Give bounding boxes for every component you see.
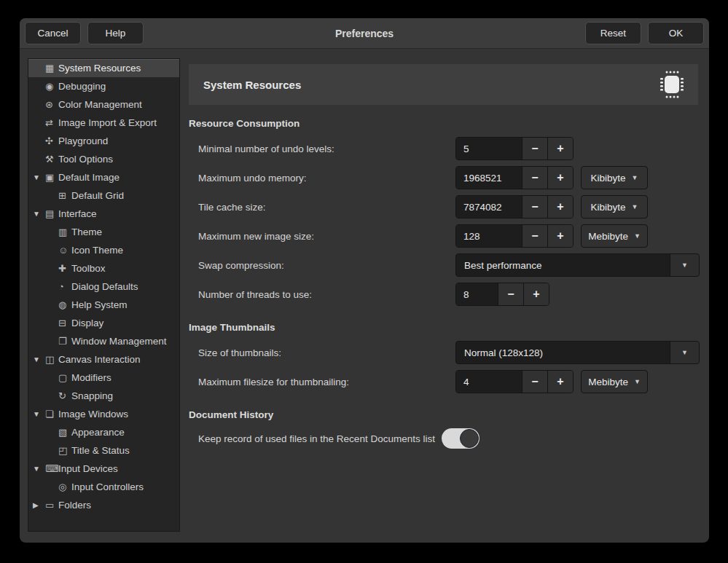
row-control: −+ [455,137,574,160]
sidebar-item-label: Playground [58,135,108,146]
expander-down-icon[interactable]: ▼ [33,173,45,181]
combo-value: Normal (128x128) [456,347,670,358]
expander-right-icon[interactable]: ▶ [33,501,45,509]
title-status-icon: ◰ [58,445,71,456]
sidebar-item-label: Interface [58,208,97,219]
sidebar-item-theme[interactable]: ▥Theme [28,223,179,241]
help-button[interactable]: Help [87,22,144,44]
sidebar-item-interface[interactable]: ▼▤Interface [28,205,179,223]
folders-icon: ▭ [45,500,58,511]
spin-value-input[interactable] [456,371,522,393]
pinwheel-icon: ✣ [45,135,58,146]
sidebar-item-icon-theme[interactable]: ☺Icon Theme [28,241,179,259]
theme-icon: ▥ [58,227,71,237]
decrement-button[interactable]: − [522,138,547,160]
unit-dropdown-value: Kibibyte [591,173,626,184]
interface-icon: ▤ [45,208,58,219]
chevron-down-icon: ▼ [632,203,638,210]
titlebar-right-buttons: Reset OK [585,22,704,44]
sidebar-item-playground[interactable]: ✣Playground [28,132,179,150]
section-heading: Image Thumbnails [189,319,698,336]
cancel-button[interactable]: Cancel [25,22,81,44]
sidebar-item-label: Debugging [58,81,106,92]
sidebar-item-title-status[interactable]: ◰Title & Status [28,441,179,460]
sidebar-item-input-devices[interactable]: ▼⌨Input Devices [28,460,179,478]
decrement-button[interactable]: − [498,283,523,305]
row-control: Normal (128x128)▼ [455,341,700,364]
sidebar-item-toolbox[interactable]: ✚Toolbox [28,259,179,277]
sidebar-item-modifiers[interactable]: ▢Modifiers [28,369,179,387]
unit-dropdown[interactable]: Kibibyte▼ [581,166,648,189]
settings-page: System Resources [189,64,698,452]
spin-control: −+ [455,283,549,306]
sidebar-item-label: Dialog Defaults [71,281,138,292]
ok-button[interactable]: OK [648,22,704,44]
row-label: Keep record of used files in the Recent … [189,433,435,444]
decrement-button[interactable]: − [522,196,547,218]
row-control: −+ [455,283,549,306]
expander-down-icon[interactable]: ▼ [33,465,45,473]
sidebar-item-dialog-defaults[interactable]: ◔Dialog Defaults [28,277,179,296]
combo-box[interactable]: Best performance▼ [455,253,700,277]
spin-control: −+ [455,224,574,248]
canvas-icon: ◫ [45,354,58,365]
combo-arrow-button[interactable]: ▼ [670,342,699,363]
spin-value-input[interactable] [456,283,498,305]
spin-value-input[interactable] [456,138,522,160]
chevron-down-icon: ▼ [634,232,641,240]
spin-value-input[interactable] [456,167,522,189]
increment-button[interactable]: + [547,138,573,160]
expander-down-icon[interactable]: ▼ [33,210,45,218]
increment-button[interactable]: + [547,167,573,189]
expander-down-icon[interactable]: ▼ [33,355,45,363]
combo-box[interactable]: Normal (128x128)▼ [455,341,700,364]
decrement-button[interactable]: − [522,371,547,393]
titlebar-left-buttons: Cancel Help [25,22,144,44]
sidebar-item-default-grid[interactable]: ⊞Default Grid [28,186,179,205]
unit-dropdown[interactable]: Kibibyte▼ [581,195,648,218]
modifiers-icon: ▢ [58,372,71,383]
decrement-button[interactable]: − [522,167,547,189]
sidebar-item-default-image[interactable]: ▼▣Default Image [28,168,179,186]
expander-down-icon[interactable]: ▼ [33,410,45,418]
reset-button[interactable]: Reset [585,22,641,44]
combo-arrow-button[interactable]: ▼ [670,254,699,276]
desktop: Cancel Help Preferences Reset OK ▦System… [0,0,728,563]
row-label: Number of threads to use: [189,289,312,300]
increment-button[interactable]: + [547,371,573,393]
sidebar-item-color-management[interactable]: ⊛Color Management [28,95,179,114]
increment-button[interactable]: + [547,196,573,218]
increment-button[interactable]: + [547,225,573,247]
sidebar-item-canvas-interaction[interactable]: ▼◫Canvas Interaction [28,350,179,369]
sidebar-item-label: Help System [71,299,128,310]
sidebar-item-folders[interactable]: ▶▭Folders [28,496,179,514]
sidebar-item-help-system[interactable]: ◍Help System [28,296,179,314]
row-label: Maximum filesize for thumbnailing: [189,377,349,387]
unit-dropdown[interactable]: Mebibyte▼ [581,370,648,393]
sidebar-item-appearance[interactable]: ▧Appearance [28,423,179,441]
sidebar-item-snapping[interactable]: ↻Snapping [28,387,179,405]
decrement-button[interactable]: − [522,225,547,247]
sidebar-item-label: Appearance [71,427,125,438]
page-header: System Resources [189,64,698,105]
sidebar-item-image-windows[interactable]: ▼❏Image Windows [28,405,179,423]
sidebar-item-tool-options[interactable]: ⚒Tool Options [28,150,179,168]
combo-value: Best performance [456,260,670,271]
sidebar-item-input-controllers[interactable]: ◎Input Controllers [28,478,179,496]
spin-value-input[interactable] [456,225,522,247]
increment-button[interactable]: + [523,283,549,305]
unit-dropdown-value: Kibibyte [591,202,626,213]
input-controllers-icon: ◎ [58,481,71,492]
image-default-icon: ▣ [45,172,58,183]
sidebar-item-image-import-export[interactable]: ⇄Image Import & Export [28,114,179,132]
sidebar-item-display[interactable]: ⊟Display [28,314,179,332]
toggle-switch-on[interactable] [442,428,480,449]
appearance-icon: ▧ [58,427,71,438]
sidebar-item-system-resources[interactable]: ▦System Resources [28,59,179,77]
spin-value-input[interactable] [456,196,522,218]
sidebar-item-window-management[interactable]: ❐Window Management [28,332,179,350]
sidebar-item-debugging[interactable]: ◉Debugging [28,77,179,95]
color-profile-icon: ⊛ [45,99,58,110]
unit-dropdown[interactable]: Mebibyte▼ [581,224,648,248]
row-label: Maximum undo memory: [189,173,307,184]
